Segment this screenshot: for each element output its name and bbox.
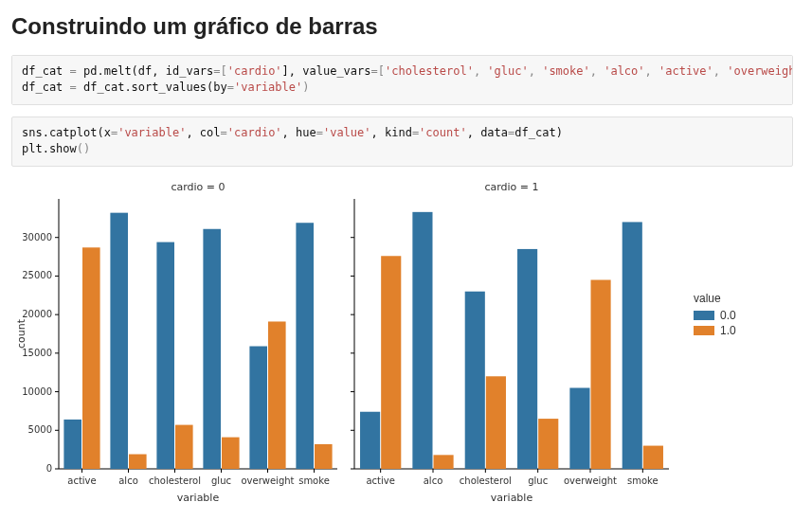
bar-alco-1.0 (434, 455, 454, 469)
x-tick-label: gluc (211, 475, 231, 486)
legend-label: 0.0 (720, 309, 736, 322)
bar-smoke-0.0 (296, 223, 314, 469)
x-tick-label: overweight (564, 475, 617, 486)
bar-active-1.0 (82, 247, 100, 469)
x-axis-title: variable (491, 492, 533, 504)
bar-overweight-1.0 (268, 321, 286, 469)
x-tick-label: gluc (528, 475, 548, 486)
x-tick-label: smoke (298, 475, 330, 486)
facet-grid: cardio = 0050001000015000200002500030000… (11, 178, 675, 514)
code-cell-1: sns.catplot(x='variable', col='cardio', … (11, 117, 793, 167)
legend-item-1: 1.0 (694, 324, 736, 337)
x-tick-label: active (366, 475, 394, 486)
code-cell-0: df_cat = pd.melt(df, id_vars=['cardio'],… (11, 55, 793, 105)
bar-active-0.0 (360, 411, 380, 468)
x-tick-label: cholesterol (460, 475, 512, 486)
bar-overweight-0.0 (569, 387, 589, 469)
facet-1: cardio = 1activealcocholesterolglucoverw… (343, 178, 675, 514)
bar-gluc-0.0 (203, 228, 221, 468)
x-tick-label: smoke (627, 475, 659, 486)
x-tick-label: alco (424, 475, 443, 486)
legend: value 0.01.0 (694, 292, 736, 339)
bar-active-1.0 (381, 256, 401, 469)
x-tick-label: cholesterol (149, 475, 201, 486)
bar-alco-0.0 (412, 211, 432, 468)
bar-active-0.0 (63, 419, 81, 468)
facet-0: cardio = 0050001000015000200002500030000… (11, 178, 343, 514)
bar-overweight-1.0 (591, 279, 611, 469)
y-tick-label: 5000 (28, 424, 52, 435)
bar-alco-1.0 (129, 454, 147, 468)
bar-gluc-1.0 (222, 437, 240, 468)
x-tick-label: overweight (241, 475, 294, 486)
bar-smoke-0.0 (623, 222, 642, 469)
bar-cholesterol-0.0 (156, 242, 174, 468)
y-tick-label: 10000 (22, 386, 52, 396)
y-tick-label: 20000 (22, 309, 52, 319)
legend-label: 1.0 (720, 324, 736, 337)
bar-overweight-0.0 (249, 346, 267, 468)
y-tick-label: 25000 (22, 270, 52, 280)
bar-smoke-1.0 (643, 445, 663, 468)
x-tick-label: active (67, 475, 96, 486)
legend-title: value (694, 292, 736, 305)
y-axis-title: count (15, 318, 27, 349)
chart-output: cardio = 0050001000015000200002500030000… (11, 178, 793, 514)
legend-swatch (694, 311, 714, 320)
x-axis-title: variable (177, 492, 220, 504)
page-title: Construindo um gráfico de barras (11, 13, 793, 40)
y-tick-label: 0 (46, 463, 52, 474)
facet-title: cardio = 0 (171, 181, 225, 193)
bar-smoke-1.0 (315, 444, 333, 469)
x-tick-label: alco (118, 475, 138, 486)
legend-item-0: 0.0 (694, 309, 736, 322)
bar-alco-0.0 (110, 212, 128, 468)
bar-gluc-0.0 (517, 248, 537, 468)
facet-title: cardio = 1 (484, 181, 538, 193)
bar-cholesterol-1.0 (486, 376, 506, 469)
bar-cholesterol-0.0 (465, 291, 485, 468)
bar-cholesterol-1.0 (175, 424, 193, 468)
legend-swatch (694, 326, 714, 335)
y-tick-label: 30000 (22, 231, 52, 242)
bar-gluc-1.0 (538, 419, 558, 469)
